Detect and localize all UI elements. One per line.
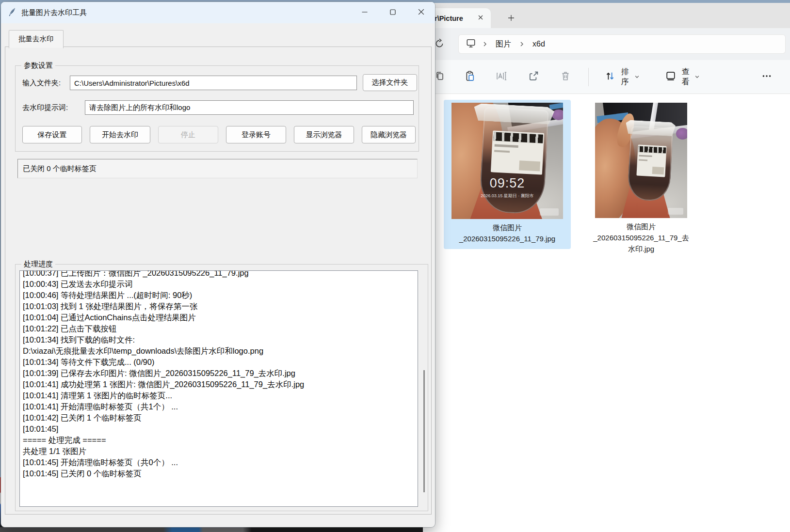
log-line: [10:00:46] 等待处理结果图片 ...(超时时间: 90秒) bbox=[23, 290, 415, 301]
trash-icon bbox=[560, 70, 571, 83]
view-button[interactable]: 查看 bbox=[662, 63, 703, 91]
refresh-icon bbox=[434, 38, 445, 50]
explorer-file-list: 09:52 2026.03.15 星期日 · 襄阳市 微信图片 _2026031… bbox=[423, 94, 790, 532]
view-icon bbox=[665, 70, 677, 84]
log-line: [10:01:45] bbox=[23, 423, 415, 435]
explorer-toolbar: 排序 查看 bbox=[423, 60, 790, 94]
prompt-field[interactable] bbox=[85, 100, 414, 115]
explorer-tab-bar: r\Picture bbox=[423, 3, 790, 28]
log-line: 共处理 1/1 张图片 bbox=[23, 446, 415, 457]
choose-folder-button[interactable]: 选择文件夹 bbox=[363, 74, 417, 91]
log-line: [10:01:45] 已关闭 0 个临时标签页 bbox=[23, 468, 415, 479]
photo-date-text: 2026.03.15 星期日 · 襄阳市 bbox=[481, 193, 534, 199]
paste-button[interactable] bbox=[461, 67, 479, 87]
photo-label-textline bbox=[639, 159, 647, 161]
file-thumbnail-original: 09:52 2026.03.15 星期日 · 襄阳市 bbox=[451, 103, 563, 219]
log-line: [10:01:39] 已保存去水印图片: 微信图片_20260315095226… bbox=[23, 368, 415, 379]
new-tab-button[interactable] bbox=[504, 12, 518, 25]
input-folder-label: 输入文件夹: bbox=[22, 78, 61, 88]
photo-camera-mark bbox=[540, 208, 559, 215]
breadcrumb-chevron-icon bbox=[482, 41, 488, 47]
sort-button[interactable]: 排序 bbox=[601, 63, 643, 91]
address-bar[interactable]: 图片 x6d bbox=[459, 35, 785, 53]
toolbar-separator bbox=[588, 68, 589, 86]
tab-batch-dewatermark[interactable]: 批量去水印 bbox=[9, 30, 64, 48]
photo-label-textline bbox=[639, 155, 652, 157]
stop-button[interactable]: 停止 bbox=[158, 126, 218, 143]
explorer-window: r\Picture 图片 bbox=[423, 3, 790, 532]
save-settings-button[interactable]: 保存设置 bbox=[22, 126, 82, 143]
params-group-label: 参数设置 bbox=[21, 61, 55, 70]
log-line: [10:01:03] 找到 1 张处理结果图片，将保存第一张 bbox=[23, 301, 415, 312]
file-tile-dewatermarked[interactable]: 微信图片 _20260315095226_11_79_去 水印.jpg bbox=[584, 100, 698, 259]
desktop-taskbar-strip bbox=[0, 527, 441, 532]
file-thumbnail-dewatermarked bbox=[595, 103, 687, 218]
progress-group-label: 处理进度 bbox=[21, 260, 55, 269]
progress-log-text: [10:00:37] 已上传图片：微信图片 _20260315095226_11… bbox=[23, 270, 415, 479]
login-account-button[interactable]: 登录账号 bbox=[226, 126, 286, 143]
photo-label-stamp bbox=[519, 160, 540, 172]
show-browser-button[interactable]: 显示浏览器 bbox=[294, 126, 354, 143]
sort-label: 排序 bbox=[619, 67, 631, 87]
app-tabstrip: 批量去水印 bbox=[9, 30, 64, 48]
view-label: 查看 bbox=[680, 67, 692, 87]
this-pc-icon bbox=[466, 38, 476, 50]
start-dewatermark-button[interactable]: 开始去水印 bbox=[90, 126, 150, 143]
breadcrumb-segment-pictures[interactable]: 图片 bbox=[494, 38, 513, 50]
hide-browser-button[interactable]: 隐藏浏览器 bbox=[362, 126, 416, 143]
minimize-icon bbox=[361, 9, 368, 17]
paste-icon bbox=[464, 70, 476, 83]
photo-label-textline bbox=[495, 144, 518, 148]
explorer-address-row: 图片 x6d bbox=[423, 28, 790, 60]
sort-icon bbox=[604, 70, 616, 84]
rename-button[interactable] bbox=[493, 67, 511, 87]
app-quill-icon bbox=[8, 7, 16, 18]
rename-icon bbox=[496, 70, 507, 83]
photo-date-watermark: 2026.03.15 星期日 · 襄阳市 bbox=[451, 193, 563, 199]
minimize-button[interactable] bbox=[351, 2, 379, 23]
close-icon bbox=[418, 8, 425, 17]
share-button[interactable] bbox=[524, 67, 543, 87]
photo-label-textline bbox=[494, 150, 510, 153]
photo-label-stamp bbox=[652, 167, 664, 175]
prompt-label: 去水印提示词: bbox=[22, 103, 68, 112]
log-line: [10:01:45] 开始清理临时标签页（共0个） ... bbox=[23, 457, 415, 468]
ellipsis-icon bbox=[761, 71, 772, 83]
photo-cup-label bbox=[637, 145, 667, 177]
file-name-dewatermarked: 微信图片 _20260315095226_11_79_去 水印.jpg bbox=[588, 221, 694, 254]
progress-groupbox: 处理进度 [10:00:37] 已上传图片：微信图片 _202603150952… bbox=[15, 264, 428, 511]
log-line: [10:01:42] 已关闭 1 个临时标签页 bbox=[23, 412, 415, 423]
params-groupbox: 参数设置 输入文件夹: 选择文件夹 去水印提示词: 保存设置 开始去水印 停止 … bbox=[15, 65, 419, 152]
copy-icon bbox=[435, 71, 445, 83]
tab-close-button[interactable] bbox=[474, 12, 487, 25]
photo-label-band bbox=[493, 132, 543, 143]
progress-log[interactable]: [10:00:37] 已上传图片：微信图片 _20260315095226_11… bbox=[19, 270, 418, 507]
delete-button[interactable] bbox=[556, 67, 575, 87]
log-line: [10:01:41] 成功处理第 1 张图片: 微信图片_20260315095… bbox=[23, 379, 415, 390]
breadcrumb-segment-x6d[interactable]: x6d bbox=[531, 39, 547, 49]
maximize-button[interactable] bbox=[379, 2, 407, 23]
log-line: [10:01:41] 清理第 1 张图片的临时标签页... bbox=[23, 390, 415, 401]
photo-time-watermark: 09:52 bbox=[451, 176, 563, 191]
photo-label-band bbox=[638, 146, 666, 154]
log-line: [10:00:37] 已上传图片：微信图片 _20260315095226_11… bbox=[23, 270, 415, 279]
more-options-button[interactable] bbox=[757, 67, 776, 87]
photo-cup-lid bbox=[625, 120, 676, 136]
log-line: D:\xiazai\无痕批量去水印\temp_downloads\去除图片水印和… bbox=[23, 345, 415, 357]
log-line: [10:01:04] 已通过ActionChains点击处理结果图片 bbox=[23, 312, 415, 323]
chevron-down-icon bbox=[634, 73, 640, 81]
plus-icon bbox=[507, 14, 515, 23]
log-line: [10:00:43] 已发送去水印提示词 bbox=[23, 279, 415, 290]
status-bar: 已关闭 0 个临时标签页 bbox=[17, 159, 418, 178]
file-name-original: 微信图片 _20260315095226_11_79.jpg bbox=[448, 222, 567, 244]
app-window: 批量图片去水印工具 批量去水印 参数设置 输入文件夹: 选择文件夹 去水印提示 bbox=[1, 2, 435, 527]
share-icon bbox=[528, 70, 539, 83]
log-scrollbar-thumb[interactable] bbox=[423, 370, 425, 492]
log-line: ===== 处理完成 ===== bbox=[23, 435, 415, 446]
file-tile-original[interactable]: 09:52 2026.03.15 星期日 · 襄阳市 微信图片 _2026031… bbox=[444, 100, 571, 249]
input-folder-field[interactable] bbox=[70, 76, 357, 90]
breadcrumb-chevron-icon bbox=[519, 41, 525, 47]
close-button[interactable] bbox=[407, 2, 435, 23]
app-window-title: 批量图片去水印工具 bbox=[21, 8, 351, 17]
app-titlebar[interactable]: 批量图片去水印工具 bbox=[1, 2, 435, 23]
